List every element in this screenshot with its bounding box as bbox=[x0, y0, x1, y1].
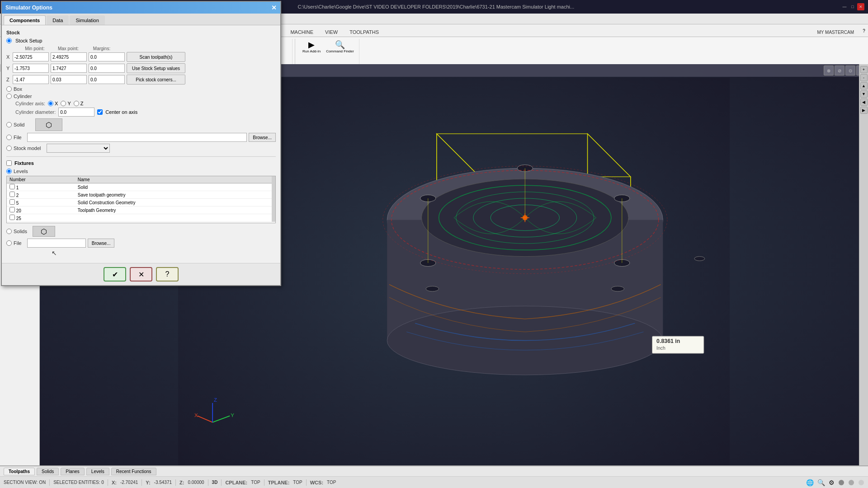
run-addin-icon: ▶ bbox=[308, 41, 315, 49]
settings-status-icon[interactable]: ⚙ bbox=[829, 479, 835, 486]
wcs-label: WCS: bbox=[310, 480, 323, 485]
file-path-input[interactable] bbox=[27, 133, 247, 142]
tab-view[interactable]: VIEW bbox=[319, 27, 344, 37]
cylinder-label: Cylinder bbox=[14, 94, 32, 99]
vp-btn-extra-1[interactable]: ⊗ bbox=[824, 66, 834, 75]
solids-label: Solids bbox=[14, 229, 27, 234]
solids-radio[interactable] bbox=[6, 229, 12, 234]
globe-icon[interactable]: 🌐 bbox=[806, 479, 814, 486]
dialog-tab-components[interactable]: Components bbox=[4, 15, 46, 25]
col-name: Name bbox=[75, 176, 275, 183]
vp-btn-extra-3[interactable]: ⊙ bbox=[845, 66, 855, 75]
tab-recent-functions[interactable]: Recent Functions bbox=[111, 468, 156, 475]
close-button[interactable]: ✕ bbox=[857, 3, 864, 10]
rpanel-btn-5[interactable]: ◀ bbox=[860, 99, 868, 106]
table-row[interactable]: 1Solid bbox=[7, 183, 275, 191]
file-radio[interactable] bbox=[6, 135, 12, 140]
dialog-tab-data[interactable]: Data bbox=[47, 15, 69, 25]
z-margin-input[interactable] bbox=[89, 75, 125, 84]
z-max-input[interactable] bbox=[51, 75, 87, 84]
tab-my-mastercam[interactable]: MY MASTERCAM bbox=[811, 28, 860, 37]
rpanel-btn-2[interactable]: - bbox=[860, 74, 868, 81]
right-panel: + - ▲ ▼ ◀ ▶ bbox=[859, 64, 868, 465]
ok-button[interactable]: ✔ bbox=[104, 267, 126, 282]
stock-model-select[interactable] bbox=[47, 144, 110, 153]
x-label: X bbox=[6, 54, 11, 60]
use-stock-setup-button[interactable]: Use Stock Setup values bbox=[127, 63, 185, 73]
level-checkbox[interactable] bbox=[9, 207, 15, 212]
fixtures-file-radio[interactable] bbox=[6, 240, 12, 246]
dialog-close-button[interactable]: ✕ bbox=[271, 4, 277, 11]
table-row[interactable]: 20Toolpath Geometry bbox=[7, 206, 275, 214]
scan-toolpaths-button[interactable]: Scan toolpath(s) bbox=[127, 52, 185, 62]
z-coord-label: Z: bbox=[179, 480, 184, 485]
min-point-header: Min point: bbox=[19, 46, 51, 51]
solids-preview-button[interactable]: ⬡ bbox=[33, 226, 55, 237]
y-max-input[interactable] bbox=[51, 64, 87, 73]
rpanel-btn-6[interactable]: ▶ bbox=[860, 107, 868, 114]
tab-planes[interactable]: Planes bbox=[61, 468, 85, 475]
tab-toolpaths[interactable]: Toolpaths bbox=[4, 468, 35, 475]
command-finder-icon: 🔍 bbox=[335, 41, 345, 49]
tab-toolpaths[interactable]: TOOLPATHS bbox=[344, 27, 385, 37]
cyl-axis-z-radio[interactable] bbox=[74, 101, 79, 106]
solid-radio[interactable] bbox=[6, 122, 12, 127]
solid-preview-button[interactable]: ⬡ bbox=[35, 118, 62, 131]
3d-mode-status: 3D bbox=[212, 480, 218, 485]
fixtures-file-row: File Browse... bbox=[6, 239, 276, 248]
cylinder-diameter-input[interactable] bbox=[58, 108, 94, 117]
levels-radio[interactable] bbox=[6, 169, 12, 174]
help-button[interactable]: ? bbox=[156, 267, 179, 282]
cancel-button[interactable]: ✕ bbox=[130, 267, 152, 282]
rpanel-btn-1[interactable]: + bbox=[860, 66, 868, 73]
fixtures-browse-button[interactable]: Browse... bbox=[88, 239, 115, 248]
y-min-input[interactable] bbox=[13, 64, 49, 73]
command-finder-button[interactable]: 🔍 Command Finder bbox=[324, 39, 356, 55]
center-on-axis-checkbox[interactable] bbox=[97, 109, 103, 115]
x-max-input[interactable] bbox=[51, 52, 87, 61]
x-margin-input[interactable] bbox=[89, 52, 125, 61]
minimize-button[interactable]: — bbox=[841, 3, 848, 10]
cylinder-options: Cylinder axis: X Y Z Cylinder diameter: bbox=[15, 101, 276, 117]
status-bar-bottom: SECTION VIEW: ON SELECTED ENTITIES: 0 X:… bbox=[0, 477, 868, 488]
fixtures-checkbox[interactable] bbox=[6, 160, 12, 166]
tab-levels[interactable]: Levels bbox=[86, 468, 109, 475]
fixtures-file-input[interactable] bbox=[27, 239, 86, 248]
level-checkbox[interactable] bbox=[9, 215, 15, 220]
y-margin-input[interactable] bbox=[89, 64, 125, 73]
status-sep-4 bbox=[175, 479, 176, 486]
tab-machine[interactable]: MACHINE bbox=[284, 27, 319, 37]
run-addin-button[interactable]: ▶ Run Add-In bbox=[300, 39, 323, 55]
levels-table-container: Number Name 1Solid 2Save toolpath geomet… bbox=[6, 176, 276, 223]
box-label: Box bbox=[14, 86, 22, 92]
x-min-input[interactable] bbox=[13, 52, 49, 61]
levels-scrollbar[interactable] bbox=[272, 176, 275, 222]
rpanel-btn-3[interactable]: ▲ bbox=[860, 82, 868, 89]
help-button[interactable]: ? bbox=[860, 27, 868, 35]
tab-solids[interactable]: Solids bbox=[37, 468, 59, 475]
box-radio[interactable] bbox=[6, 86, 12, 92]
svg-text:Y: Y bbox=[231, 413, 234, 418]
z-min-input[interactable] bbox=[13, 75, 49, 84]
table-row[interactable]: 25 bbox=[7, 214, 275, 222]
pick-stock-corners-button[interactable]: Pick stock corners... bbox=[127, 75, 185, 84]
dialog-tab-simulation[interactable]: Simulation bbox=[70, 15, 104, 25]
vp-btn-extra-2[interactable]: ⊘ bbox=[835, 66, 844, 75]
maximize-button[interactable]: □ bbox=[849, 3, 856, 10]
cylinder-radio[interactable] bbox=[6, 94, 12, 99]
cyl-axis-x-radio[interactable] bbox=[48, 101, 53, 106]
cyl-axis-y-radio[interactable] bbox=[61, 101, 66, 106]
rpanel-btn-4[interactable]: ▼ bbox=[860, 90, 868, 98]
tplane-value: TOP bbox=[293, 480, 302, 485]
level-checkbox[interactable] bbox=[9, 199, 15, 205]
stock-setup-radio[interactable] bbox=[6, 38, 12, 43]
fixtures-file-browse: Browse... bbox=[27, 239, 115, 248]
table-row[interactable]: 2Save toolpath geometry bbox=[7, 191, 275, 199]
zoom-icon[interactable]: 🔍 bbox=[817, 479, 825, 486]
file-browse-button[interactable]: Browse... bbox=[249, 133, 276, 142]
dialog-title: Simulator Options ✕ bbox=[2, 2, 280, 14]
level-checkbox[interactable] bbox=[9, 184, 15, 189]
table-row[interactable]: 5Solid Construction Geometry bbox=[7, 199, 275, 206]
level-checkbox[interactable] bbox=[9, 192, 15, 197]
stock-model-radio[interactable] bbox=[6, 145, 12, 151]
